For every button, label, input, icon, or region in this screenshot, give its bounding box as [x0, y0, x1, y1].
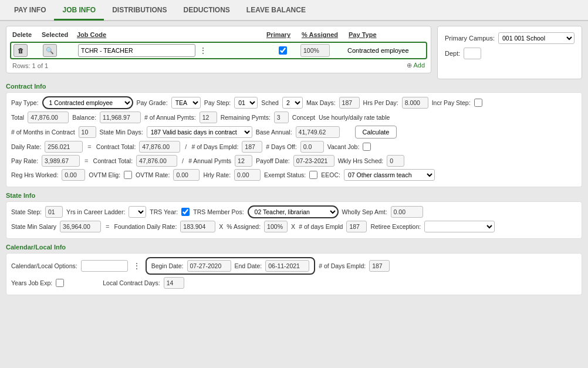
- rows-label: Rows: 1 of 1: [12, 62, 48, 69]
- pay-step-select[interactable]: 01: [234, 97, 258, 109]
- x-label1: X: [219, 223, 223, 230]
- sched-select[interactable]: 2: [282, 97, 303, 109]
- trs-year-checkbox[interactable]: [181, 208, 190, 216]
- foundation-daily-label: Foundation Daily Rate:: [114, 223, 177, 230]
- months-label: # of Months in Contract: [11, 129, 75, 136]
- incr-pay-step-checkbox[interactable]: [474, 99, 482, 107]
- contract-info-header: Contract Info: [6, 83, 582, 90]
- cal-local-label: Calendar/Local Options:: [11, 262, 77, 269]
- yrs-career-select[interactable]: [129, 206, 146, 218]
- local-contract-days-label: Local Contract Days:: [103, 279, 160, 286]
- tab-job-info[interactable]: JOB INFO: [54, 1, 104, 21]
- state-info-section: State Info State Step: Yrs in Career Lad…: [6, 192, 582, 239]
- delete-icon-btn[interactable]: 🗑: [13, 44, 28, 57]
- balance-input: [100, 112, 141, 123]
- pay-rate-input: [42, 155, 80, 167]
- retiree-exception-select[interactable]: [424, 221, 495, 232]
- begin-end-date-box: Begin Date: End Date:: [146, 257, 316, 275]
- tab-pay-info[interactable]: PAY INFO: [6, 1, 54, 19]
- state-min-salary-input: [60, 221, 101, 232]
- end-date-input[interactable]: [265, 260, 309, 272]
- begin-date-input[interactable]: [187, 260, 231, 272]
- cal-local-input[interactable]: [81, 260, 128, 272]
- job-code-dots-btn[interactable]: ⋮: [198, 46, 208, 55]
- ovtm-rate-input[interactable]: [173, 169, 200, 181]
- base-annual-label: Base Annual:: [256, 129, 292, 136]
- cal-local-dots-btn[interactable]: ⋮: [131, 261, 142, 271]
- state-step-input: [45, 206, 63, 218]
- col-header-selected: Selected: [42, 31, 77, 38]
- search-icon-btn[interactable]: 🔍: [43, 44, 57, 57]
- pay-type-select[interactable]: 1 Contracted employee: [42, 96, 133, 109]
- primary-checkbox[interactable]: [279, 46, 287, 55]
- days-off-label: # Days Off:: [266, 143, 296, 150]
- sched-label: Sched: [261, 99, 279, 106]
- ovtm-rate-label: OVTM Rate:: [136, 171, 170, 178]
- days-empld-label: # of Days Empld:: [191, 143, 238, 150]
- annual-pymts-label: # of Annual Pymts:: [144, 114, 196, 121]
- tab-leave-balance[interactable]: LEAVE BALANCE: [238, 1, 314, 19]
- wkly-hrs-sched-input[interactable]: [387, 155, 404, 167]
- job-code-input[interactable]: [78, 44, 195, 57]
- end-date-label: End Date:: [235, 262, 262, 269]
- wkly-hrs-sched-label: Wkly Hrs Sched:: [338, 157, 384, 164]
- tab-distributions[interactable]: DISTRIBUTIONS: [104, 1, 175, 19]
- days-empld-state-label: # of days Empld: [299, 223, 343, 230]
- wholly-sep-label: Wholly Sep Amt:: [342, 208, 387, 215]
- state-min-salary-label: State Min Salary: [11, 223, 56, 230]
- payoff-date-input[interactable]: [293, 155, 334, 167]
- pay-step-label: Pay Step:: [204, 99, 231, 106]
- exempt-status-checkbox[interactable]: [309, 171, 317, 179]
- col-header-assigned: % Assigned: [302, 31, 349, 38]
- pay-rate-label: Pay Rate:: [11, 157, 38, 164]
- contract-total-label2: Contract Total:: [93, 157, 133, 164]
- hrs-per-day-input[interactable]: [402, 97, 428, 109]
- ovtm-elig-checkbox[interactable]: [124, 171, 132, 179]
- pay-grade-select[interactable]: TEA: [171, 97, 201, 109]
- years-job-exp-checkbox[interactable]: [56, 279, 64, 287]
- ovtm-elig-label: OVTM Elig:: [89, 171, 120, 178]
- campus-label: Primary Campus:: [445, 35, 495, 42]
- primary-campus-panel: Primary Campus: 001 001 School Dept:: [437, 26, 582, 79]
- vacant-job-label: Vacant Job:: [327, 143, 360, 150]
- concept-label: Concept: [292, 114, 315, 121]
- pct-assigned-label: % Assigned:: [227, 223, 261, 230]
- contract-info-section: Contract Info Pay Type: 1 Contracted emp…: [6, 83, 582, 187]
- tab-deductions[interactable]: DEDUCTIONS: [175, 1, 238, 19]
- trs-year-label: TRS Year:: [150, 208, 178, 215]
- calculate-btn[interactable]: Calculate: [355, 126, 397, 139]
- days-empld-input: [242, 141, 262, 153]
- months-input[interactable]: [79, 126, 96, 138]
- campus-select[interactable]: 001 001 School: [498, 32, 575, 44]
- begin-date-label: Begin Date:: [151, 262, 184, 269]
- add-link[interactable]: Add: [413, 62, 425, 69]
- annual-pymts2-input: [235, 155, 252, 167]
- balance-label: Balance:: [72, 114, 96, 121]
- years-job-exp-label: Years Job Exp:: [11, 279, 52, 286]
- state-step-label: State Step:: [11, 208, 42, 215]
- trs-member-select[interactable]: 02 Teacher, librarian: [248, 205, 339, 218]
- contract-total-input2: [136, 155, 177, 167]
- max-days-input[interactable]: [339, 97, 360, 109]
- annual-pymts2-label: # Annual Pymts: [188, 157, 231, 164]
- assigned-input[interactable]: [300, 44, 330, 57]
- col-header-jobcode: Job Code: [77, 31, 266, 38]
- state-min-days-select[interactable]: 187 Valid basic days in contract: [147, 126, 252, 138]
- contract-total-label: Contract Total:: [96, 143, 136, 150]
- table-row: 🗑 🔍 ⋮ Contrac: [10, 42, 427, 59]
- vacant-job-checkbox[interactable]: [363, 143, 371, 151]
- col-header-paytype: Pay Type: [349, 31, 425, 38]
- reg-hrs-worked-input[interactable]: [62, 169, 85, 181]
- dept-input[interactable]: [464, 48, 481, 59]
- exempt-status-label: Exempt Status:: [264, 171, 306, 178]
- col-header-primary: Primary: [266, 31, 302, 38]
- yrs-career-label: Yrs in Career Ladder:: [66, 208, 125, 215]
- top-nav: PAY INFO JOB INFO DISTRIBUTIONS DEDUCTIO…: [0, 0, 588, 21]
- pct-assigned-input: [264, 221, 288, 232]
- wholly-sep-input: [391, 206, 423, 218]
- trs-member-label: TRS Member Pos:: [193, 208, 244, 215]
- eeoc-select[interactable]: 07 Other classrm teach: [344, 169, 435, 181]
- annual-pymts-input[interactable]: [200, 112, 217, 123]
- local-contract-days-input[interactable]: [164, 277, 184, 289]
- col-header-delete: Delete: [12, 31, 42, 38]
